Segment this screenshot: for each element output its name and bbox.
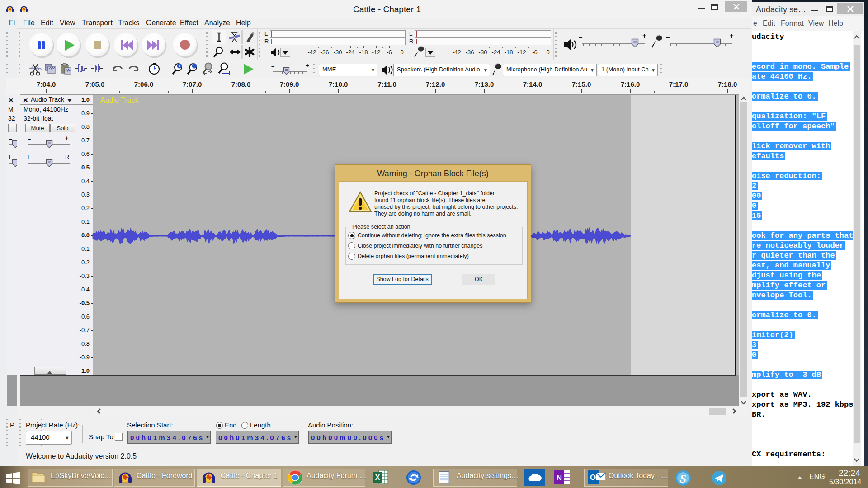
svg-text:S: S xyxy=(680,472,686,485)
svg-text:N: N xyxy=(557,474,562,482)
svg-text:X: X xyxy=(375,474,380,481)
